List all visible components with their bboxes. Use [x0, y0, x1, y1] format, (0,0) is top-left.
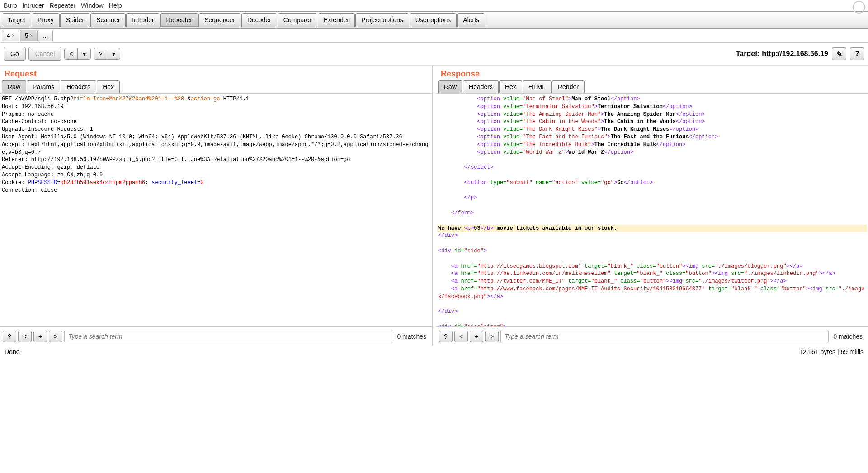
search-prev-button[interactable]: <	[454, 331, 468, 342]
status-left: Done	[5, 348, 19, 355]
prev-group: < ▾	[64, 48, 91, 60]
request-tab-params[interactable]: Params	[27, 80, 60, 93]
next-button[interactable]: >	[94, 48, 107, 60]
question-icon: ?	[855, 50, 859, 58]
close-icon[interactable]: ×	[12, 33, 14, 38]
main-tab-decoder[interactable]: Decoder	[241, 13, 277, 27]
status-right: 12,161 bytes | 69 millis	[799, 348, 863, 355]
status-bar: Done 12,161 bytes | 69 millis	[0, 346, 868, 357]
request-search-input[interactable]	[64, 330, 392, 343]
cancel-button[interactable]: Cancel	[28, 47, 62, 61]
request-tab-raw[interactable]: Raw	[2, 80, 26, 93]
main-tab-intruder[interactable]: Intruder	[126, 13, 160, 27]
menu-help[interactable]: Help	[109, 2, 122, 9]
sub-tab-4[interactable]: 4 ×	[2, 30, 19, 41]
response-title: Response	[436, 66, 868, 80]
edit-target-button[interactable]: ✎	[832, 47, 846, 60]
request-search: ? < + > 0 matches	[0, 326, 432, 346]
response-tab-headers[interactable]: Headers	[463, 80, 499, 93]
main-tab-scanner[interactable]: Scanner	[90, 13, 126, 27]
request-panel: Request RawParamsHeadersHex GET /bWAPP/s…	[0, 66, 432, 346]
request-tabs: RawParamsHeadersHex	[0, 80, 432, 93]
response-search-input[interactable]	[500, 330, 829, 343]
target-label: Target: http://192.168.56.19	[736, 50, 828, 58]
main-tab-bar: TargetProxySpiderScannerIntruderRepeater…	[0, 11, 868, 29]
sub-tab-5[interactable]: 5 ×	[20, 30, 38, 41]
main-tab-spider[interactable]: Spider	[60, 13, 90, 27]
menu-repeater[interactable]: Repeater	[50, 2, 76, 9]
request-title: Request	[0, 66, 432, 80]
close-icon[interactable]: ×	[30, 33, 33, 38]
menu-intruder[interactable]: Intruder	[22, 2, 44, 9]
search-add-button[interactable]: +	[470, 331, 483, 342]
request-tab-hex[interactable]: Hex	[97, 80, 120, 93]
main-tab-alerts[interactable]: Alerts	[457, 13, 485, 27]
help-button[interactable]: ?	[850, 47, 864, 60]
response-tab-hex[interactable]: Hex	[499, 80, 522, 93]
main-tab-target[interactable]: Target	[2, 13, 31, 27]
next-group: > ▾	[94, 48, 120, 60]
main-tab-repeater[interactable]: Repeater	[160, 13, 198, 27]
next-dropdown[interactable]: ▾	[107, 48, 120, 60]
prev-button[interactable]: <	[64, 48, 78, 60]
main-tab-comparer[interactable]: Comparer	[278, 13, 317, 27]
menu-bar: Burp Intruder Repeater Window Help	[0, 0, 868, 11]
go-button[interactable]: Go	[4, 47, 26, 61]
response-tab-raw[interactable]: Raw	[438, 80, 462, 93]
response-search: ? < + > 0 matches	[436, 326, 868, 346]
burp-logo	[853, 1, 865, 14]
search-help-button[interactable]: ?	[439, 331, 453, 342]
main-tab-extender[interactable]: Extender	[318, 13, 355, 27]
sub-tab-bar: 4 ×5 ×...	[0, 29, 868, 43]
main-tab-proxy[interactable]: Proxy	[32, 13, 60, 27]
response-match-count: 0 matches	[830, 333, 865, 340]
response-body[interactable]: <option value="Man of Steel">Man of Stee…	[436, 93, 868, 326]
search-add-button[interactable]: +	[33, 331, 47, 342]
main-tab-project-options[interactable]: Project options	[355, 13, 409, 27]
response-tab-html[interactable]: HTML	[523, 80, 552, 93]
repeater-toolbar: Go Cancel < ▾ > ▾ Target: http://192.168…	[0, 43, 868, 66]
response-panel: Response RawHeadersHexHTMLRender <option…	[432, 66, 868, 346]
request-tab-headers[interactable]: Headers	[61, 80, 96, 93]
response-tab-render[interactable]: Render	[552, 80, 585, 93]
request-body[interactable]: GET /bWAPP/sqli_5.php?title=Iron+Man%27%…	[0, 93, 432, 326]
search-prev-button[interactable]: <	[18, 331, 32, 342]
search-help-button[interactable]: ?	[3, 331, 16, 342]
search-next-button[interactable]: >	[49, 331, 62, 342]
prev-dropdown[interactable]: ▾	[77, 48, 91, 60]
response-tabs: RawHeadersHexHTMLRender	[436, 80, 868, 93]
menu-window[interactable]: Window	[81, 2, 104, 9]
sub-tab-...[interactable]: ...	[38, 30, 53, 41]
menu-burp[interactable]: Burp	[4, 2, 17, 9]
main-tab-sequencer[interactable]: Sequencer	[198, 13, 241, 27]
main-tab-user-options[interactable]: User options	[410, 13, 457, 27]
request-match-count: 0 matches	[394, 333, 429, 340]
pencil-icon: ✎	[836, 50, 842, 58]
search-next-button[interactable]: >	[485, 331, 499, 342]
